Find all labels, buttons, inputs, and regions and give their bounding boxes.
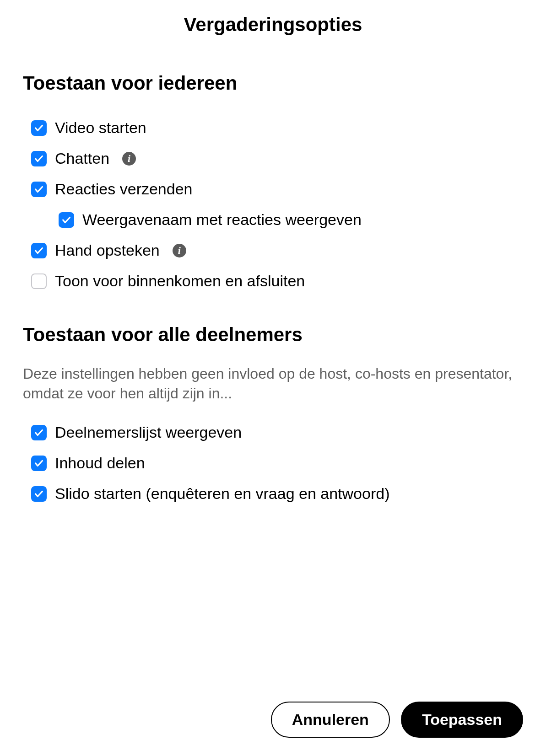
checkbox-start-slido[interactable] (31, 486, 47, 502)
cancel-button[interactable]: Annuleren (271, 702, 390, 738)
option-label: Reacties verzenden (55, 180, 193, 198)
option-label: Toon voor binnenkomen en afsluiten (55, 272, 305, 290)
dialog-footer: Annuleren Toepassen (23, 683, 523, 738)
section-participants-options: Deelnemerslijst weergeven Inhoud delen S… (23, 417, 523, 509)
checkbox-raise-hand[interactable] (31, 243, 47, 258)
option-label: Inhoud delen (55, 454, 145, 472)
section-everyone-options: Video starten Chatten i Reacties verzend… (23, 113, 523, 296)
checkbox-show-display-name-reactions[interactable] (59, 212, 74, 228)
info-icon[interactable]: i (173, 244, 186, 257)
option-raise-hand[interactable]: Hand opsteken i (23, 235, 523, 266)
option-show-display-name-reactions[interactable]: Weergavenaam met reacties weergeven (23, 204, 523, 235)
checkbox-show-participant-list[interactable] (31, 425, 47, 440)
checkbox-share-content[interactable] (31, 456, 47, 471)
checkbox-video-start[interactable] (31, 120, 47, 136)
checkbox-send-reactions[interactable] (31, 182, 47, 197)
dialog-title: Vergaderingsopties (23, 14, 523, 36)
option-share-content[interactable]: Inhoud delen (23, 448, 523, 478)
option-tone-enter-exit[interactable]: Toon voor binnenkomen en afsluiten (23, 266, 523, 296)
option-label: Hand opsteken (55, 241, 160, 259)
section-participants-description: Deze instellingen hebben geen invloed op… (23, 364, 523, 403)
option-label: Weergavenaam met reacties weergeven (82, 211, 362, 229)
option-label: Chatten (55, 150, 109, 167)
apply-button[interactable]: Toepassen (401, 702, 523, 738)
section-everyone-heading: Toestaan voor iedereen (23, 72, 523, 94)
option-show-participant-list[interactable]: Deelnemerslijst weergeven (23, 417, 523, 448)
checkbox-tone-enter-exit[interactable] (31, 273, 47, 289)
checkbox-chat[interactable] (31, 151, 47, 166)
section-participants-heading: Toestaan voor alle deelnemers (23, 324, 523, 346)
info-icon[interactable]: i (122, 152, 136, 166)
option-send-reactions[interactable]: Reacties verzenden (23, 174, 523, 204)
option-video-start[interactable]: Video starten (23, 113, 523, 143)
option-label: Deelnemerslijst weergeven (55, 424, 242, 441)
option-start-slido[interactable]: Slido starten (enquêteren en vraag en an… (23, 478, 523, 509)
option-label: Slido starten (enquêteren en vraag en an… (55, 485, 389, 503)
option-chat[interactable]: Chatten i (23, 143, 523, 174)
option-label: Video starten (55, 119, 146, 137)
